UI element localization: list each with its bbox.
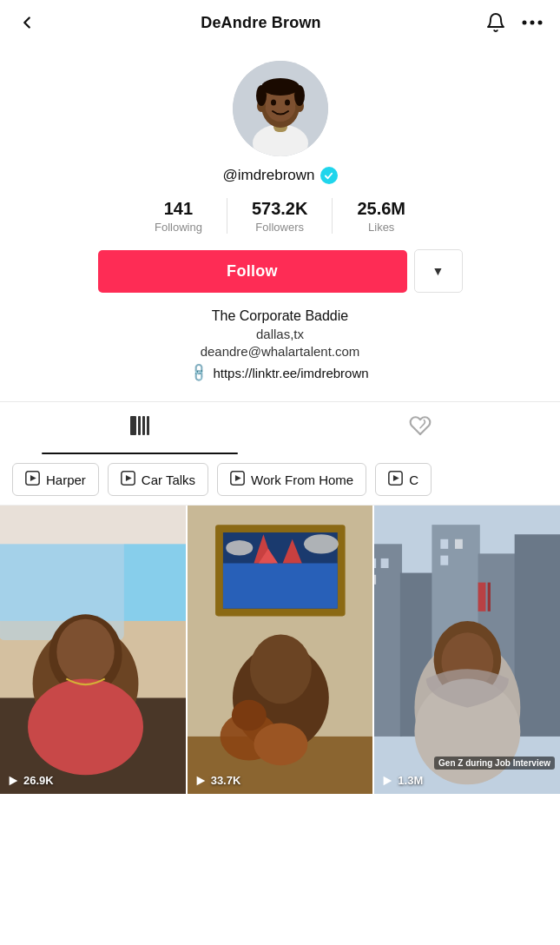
username-row: @imdrebrown: [222, 167, 337, 184]
bio-link-row: 🔗 https://linktr.ee/imdrebrown: [191, 365, 368, 380]
svg-rect-64: [441, 539, 449, 549]
svg-point-13: [256, 85, 267, 106]
playlist-work-from-home-label: Work From Home: [251, 472, 353, 487]
svg-rect-65: [455, 539, 463, 549]
follow-button[interactable]: Follow: [98, 250, 407, 293]
svg-marker-23: [126, 475, 132, 481]
followers-label: Followers: [255, 221, 304, 234]
heart-outline-icon: [409, 414, 432, 442]
svg-point-47: [226, 540, 253, 556]
video-label-3: Gen Z during Job Interview: [434, 757, 555, 770]
follow-dropdown-button[interactable]: ▼: [414, 249, 463, 293]
svg-rect-60: [515, 534, 560, 737]
video-grid: 26.9K: [0, 506, 560, 794]
play-square-icon-3: [230, 471, 245, 488]
likes-label: Likes: [368, 221, 394, 234]
svg-rect-16: [138, 416, 141, 435]
video-cell-3[interactable]: Gen Z during Job Interview 1.3M: [374, 506, 560, 794]
svg-marker-27: [393, 475, 399, 481]
playlist-work-from-home[interactable]: Work From Home: [217, 463, 366, 496]
video-cell-1[interactable]: 26.9K: [0, 506, 186, 794]
video-views-3: 1.3M: [381, 774, 423, 787]
svg-marker-54: [196, 776, 205, 786]
svg-point-14: [294, 85, 305, 106]
bio-email[interactable]: deandre@whalartalent.com: [201, 344, 360, 359]
bio-tagline: The Corporate Baddie: [212, 308, 348, 324]
followers-count: 573.2K: [252, 198, 308, 219]
svg-point-52: [232, 700, 267, 730]
svg-point-0: [523, 21, 527, 25]
bio-section: The Corporate Baddie dallas,tx deandre@w…: [191, 308, 368, 380]
tabs-section: [0, 401, 560, 454]
tab-liked[interactable]: [280, 402, 561, 454]
svg-point-36: [56, 619, 114, 684]
video-views-1: 26.9K: [7, 774, 54, 787]
playlist-row: Harper Car Talks Work From Home C: [0, 454, 560, 506]
playlist-car-talks-label: Car Talks: [142, 472, 195, 487]
likes-count: 25.6M: [357, 198, 405, 219]
svg-rect-66: [441, 556, 449, 565]
svg-rect-62: [381, 558, 389, 568]
stats-row: 141 Following 573.2K Followers 25.6M Lik…: [130, 198, 430, 234]
svg-rect-68: [488, 583, 491, 611]
stat-likes[interactable]: 25.6M Likes: [333, 198, 430, 234]
svg-rect-63: [374, 575, 376, 585]
svg-rect-61: [374, 558, 376, 568]
grid-icon: [128, 414, 151, 442]
bio-location: dallas,tx: [256, 327, 304, 341]
play-square-icon: [25, 471, 40, 488]
following-label: Following: [155, 221, 202, 234]
header-actions: [485, 12, 543, 33]
svg-point-2: [538, 21, 543, 25]
verified-badge: [320, 167, 338, 184]
svg-rect-15: [130, 416, 136, 435]
playlist-car-talks[interactable]: Car Talks: [108, 463, 208, 496]
playlist-harper-label: Harper: [46, 472, 86, 487]
username: @imdrebrown: [222, 167, 314, 184]
bio-link[interactable]: https://linktr.ee/imdrebrown: [213, 366, 368, 380]
svg-rect-42: [223, 563, 338, 608]
playlist-more[interactable]: C: [375, 463, 432, 496]
action-row: Follow ▼: [98, 249, 463, 293]
svg-rect-56: [374, 544, 402, 737]
video-cell-2[interactable]: 33.7K: [188, 506, 373, 794]
video-views-2: 33.7K: [194, 774, 241, 787]
header: DeAndre Brown: [0, 0, 560, 45]
svg-rect-17: [142, 416, 145, 435]
chevron-down-icon: ▼: [432, 264, 445, 278]
svg-rect-67: [478, 583, 486, 611]
svg-point-9: [285, 100, 290, 106]
svg-point-8: [271, 100, 276, 106]
svg-rect-33: [0, 506, 186, 544]
back-button[interactable]: [17, 13, 36, 32]
stat-followers[interactable]: 573.2K Followers: [227, 198, 333, 234]
svg-point-37: [28, 678, 143, 775]
svg-rect-18: [147, 416, 149, 435]
tab-videos[interactable]: [0, 402, 280, 454]
svg-point-53: [254, 723, 307, 765]
avatar[interactable]: [233, 61, 328, 156]
page-title: DeAndre Brown: [201, 14, 321, 32]
play-square-icon-2: [121, 471, 135, 488]
svg-point-12: [261, 78, 300, 96]
svg-marker-21: [30, 475, 36, 481]
svg-marker-74: [384, 776, 392, 786]
following-count: 141: [164, 198, 193, 219]
svg-point-50: [250, 634, 312, 704]
svg-point-46: [304, 534, 339, 553]
play-square-icon-4: [388, 471, 403, 488]
svg-marker-25: [235, 475, 241, 481]
profile-section: @imdrebrown 141 Following 573.2K Followe…: [0, 45, 560, 389]
notification-button[interactable]: [485, 12, 506, 33]
stat-following[interactable]: 141 Following: [130, 198, 227, 234]
svg-marker-38: [10, 776, 18, 786]
more-button[interactable]: [522, 20, 543, 25]
link-icon: 🔗: [188, 361, 211, 384]
svg-point-1: [530, 21, 535, 25]
playlist-more-label: C: [409, 472, 418, 487]
playlist-harper[interactable]: Harper: [12, 463, 99, 496]
